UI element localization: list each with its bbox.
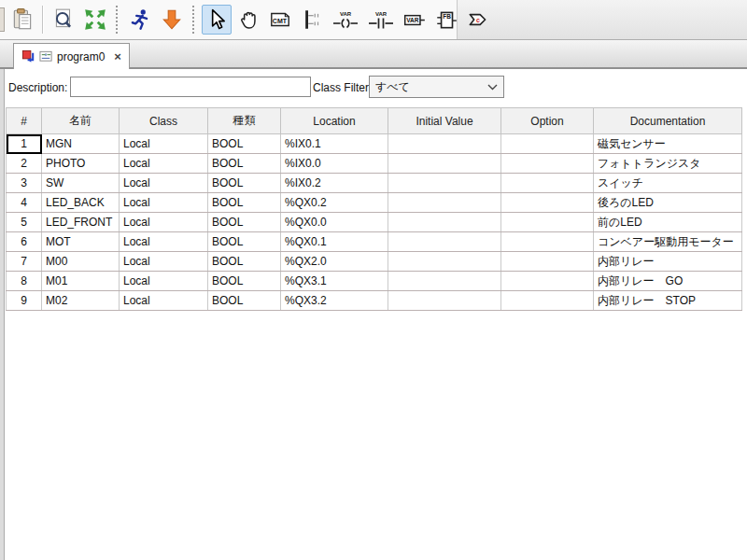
table-cell[interactable]: Local xyxy=(120,154,208,174)
table-cell[interactable]: Local xyxy=(120,193,208,213)
comment-tool-button[interactable]: CMT xyxy=(265,5,295,35)
class-filter-dropdown[interactable]: すべて xyxy=(369,76,504,98)
row-number-cell[interactable]: 3 xyxy=(7,174,42,193)
table-cell[interactable]: LED_BACK xyxy=(42,193,120,213)
row-number-cell[interactable]: 1 xyxy=(7,134,42,154)
table-cell[interactable] xyxy=(501,213,594,232)
table-cell[interactable]: BOOL xyxy=(208,291,281,311)
table-cell[interactable]: M00 xyxy=(42,252,120,272)
column-header[interactable]: 名前 xyxy=(42,108,120,134)
run-button[interactable] xyxy=(125,5,155,35)
row-number-cell[interactable]: 7 xyxy=(7,252,42,272)
row-number-cell[interactable]: 2 xyxy=(7,154,42,174)
transfer-download-icon xyxy=(160,7,184,32)
table-cell[interactable]: %QX0.2 xyxy=(281,193,388,213)
pan-tool-button[interactable] xyxy=(233,5,263,35)
variable-tool-button[interactable]: VAR xyxy=(400,5,430,35)
table-cell[interactable]: Local xyxy=(120,252,208,272)
table-cell[interactable]: LED_FRONT xyxy=(42,213,120,232)
table-cell[interactable]: M02 xyxy=(42,291,120,311)
table-cell[interactable] xyxy=(501,193,594,213)
table-cell[interactable]: Local xyxy=(120,272,208,291)
table-cell[interactable]: BOOL xyxy=(208,252,281,272)
table-cell[interactable]: %QX3.2 xyxy=(281,291,388,311)
column-header[interactable]: 種類 xyxy=(208,108,281,134)
function-block-tool-button[interactable]: FB xyxy=(431,5,461,35)
table-cell[interactable]: 前のLED xyxy=(594,213,742,232)
table-cell[interactable]: BOOL xyxy=(208,193,281,213)
table-cell[interactable]: Local xyxy=(120,174,208,193)
table-cell[interactable]: BOOL xyxy=(208,272,281,291)
table-cell[interactable]: スイッチ xyxy=(594,174,742,193)
table-cell[interactable]: Local xyxy=(120,213,208,232)
table-cell[interactable]: Local xyxy=(120,134,208,154)
table-cell[interactable] xyxy=(388,272,501,291)
column-header[interactable]: Location xyxy=(281,108,388,134)
table-cell[interactable]: PHOTO xyxy=(42,154,120,174)
table-cell[interactable] xyxy=(501,252,594,272)
connection-tool-button[interactable]: c xyxy=(463,5,493,35)
column-header[interactable]: Documentation xyxy=(594,108,742,134)
row-number-cell[interactable]: 9 xyxy=(7,291,42,311)
table-cell[interactable]: 内部リレー STOP xyxy=(594,291,742,311)
table-cell[interactable]: フォトトランジスタ xyxy=(594,154,742,174)
fit-zoom-button[interactable] xyxy=(80,5,110,35)
table-cell[interactable]: %QX0.1 xyxy=(281,232,388,252)
table-cell[interactable]: %IX0.2 xyxy=(281,174,388,193)
table-cell[interactable] xyxy=(388,213,501,232)
table-cell[interactable] xyxy=(501,232,594,252)
table-cell[interactable]: SW xyxy=(42,174,120,193)
table-cell[interactable]: %QX0.0 xyxy=(281,213,388,232)
table-cell[interactable] xyxy=(388,193,501,213)
table-cell[interactable]: 磁気センサー xyxy=(594,134,742,154)
table-cell[interactable]: BOOL xyxy=(208,174,281,193)
table-cell[interactable]: BOOL xyxy=(208,232,281,252)
select-tool-button[interactable] xyxy=(202,5,232,35)
table-cell[interactable] xyxy=(388,134,501,154)
table-cell[interactable] xyxy=(388,154,501,174)
variable-block-icon: VAR xyxy=(402,7,427,32)
table-cell[interactable] xyxy=(501,174,594,193)
table-cell[interactable] xyxy=(388,232,501,252)
table-cell[interactable]: %IX0.0 xyxy=(281,154,388,174)
table-cell[interactable]: BOOL xyxy=(208,134,281,154)
paste-button[interactable] xyxy=(7,5,37,35)
table-cell[interactable] xyxy=(501,134,594,154)
column-header[interactable]: Option xyxy=(501,108,594,134)
table-cell[interactable]: %IX0.1 xyxy=(281,134,388,154)
table-cell[interactable]: M01 xyxy=(42,272,120,291)
table-cell[interactable] xyxy=(388,252,501,272)
contact-tool-button[interactable]: VAR xyxy=(364,5,398,35)
description-input[interactable] xyxy=(70,77,311,97)
tab-program0[interactable]: program0 × xyxy=(13,43,130,69)
table-cell[interactable]: Local xyxy=(120,291,208,311)
tab-close-icon[interactable]: × xyxy=(114,49,121,63)
table-cell[interactable]: MOT xyxy=(42,232,120,252)
table-cell[interactable]: BOOL xyxy=(208,213,281,232)
row-number-cell[interactable]: 6 xyxy=(7,232,42,252)
table-cell[interactable]: %QX3.1 xyxy=(281,272,388,291)
column-header[interactable]: Class xyxy=(120,108,208,134)
table-cell[interactable]: BOOL xyxy=(208,154,281,174)
row-number-cell[interactable]: 8 xyxy=(7,272,42,291)
column-header[interactable]: # xyxy=(7,108,42,134)
row-number-cell[interactable]: 5 xyxy=(7,213,42,232)
table-cell[interactable]: コンベアー駆動用モーター xyxy=(594,232,742,252)
column-header[interactable]: Initial Value xyxy=(388,108,501,134)
table-cell[interactable]: 後ろのLED xyxy=(594,193,742,213)
table-cell[interactable] xyxy=(501,291,594,311)
table-cell[interactable]: Local xyxy=(120,232,208,252)
transfer-download-button[interactable] xyxy=(157,5,187,35)
table-cell[interactable]: MGN xyxy=(42,134,120,154)
search-button[interactable] xyxy=(49,5,78,35)
row-number-cell[interactable]: 4 xyxy=(7,193,42,213)
table-cell[interactable]: 内部リレー GO xyxy=(594,272,742,291)
table-cell[interactable] xyxy=(388,291,501,311)
table-cell[interactable] xyxy=(388,174,501,193)
table-cell[interactable]: 内部リレー xyxy=(594,252,742,272)
coil-tool-button[interactable]: VAR xyxy=(329,5,362,35)
table-cell[interactable] xyxy=(501,154,594,174)
power-rail-tool-button[interactable] xyxy=(297,5,327,35)
table-cell[interactable] xyxy=(501,272,594,291)
table-cell[interactable]: %QX2.0 xyxy=(281,252,388,272)
